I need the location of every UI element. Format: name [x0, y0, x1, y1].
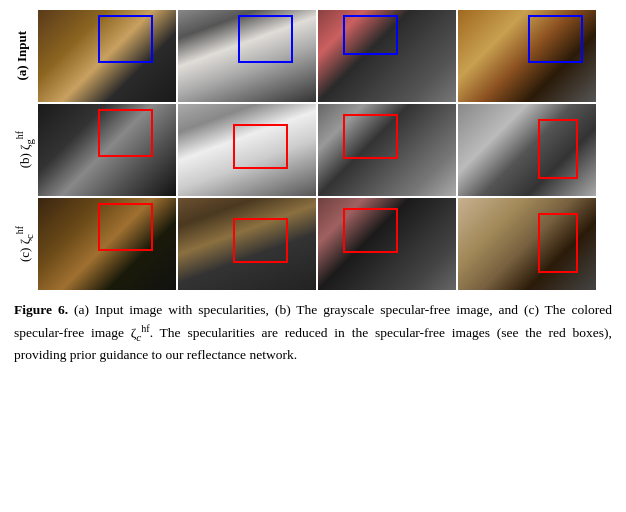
cell-a4	[458, 10, 596, 102]
cell-a2	[178, 10, 316, 102]
cell-b1	[38, 104, 176, 196]
blue-box-a3	[343, 15, 398, 55]
red-box-c3	[343, 208, 398, 253]
red-box-c4	[538, 213, 578, 273]
cell-a3	[318, 10, 456, 102]
cell-c4	[458, 198, 596, 290]
red-box-b4	[538, 119, 578, 179]
red-box-b3	[343, 114, 398, 159]
blue-box-a2	[238, 15, 293, 63]
row-c: (c) ζchf	[14, 198, 612, 290]
cell-c2	[178, 198, 316, 290]
cell-b3	[318, 104, 456, 196]
row-a-images	[38, 10, 596, 102]
blue-box-a4	[528, 15, 583, 63]
row-c-label: (c) ζchf	[14, 226, 36, 262]
cell-b4	[458, 104, 596, 196]
cell-b2	[178, 104, 316, 196]
row-a-label: (a) Input	[14, 31, 36, 81]
row-a: (a) Input	[14, 10, 612, 102]
cell-c1	[38, 198, 176, 290]
figure-label: Figure 6.	[14, 302, 68, 317]
red-box-b1	[98, 109, 153, 157]
main-container: (a) Input (b) ζghf	[0, 0, 626, 376]
red-box-b2	[233, 124, 288, 169]
figure-caption: Figure 6. (a) Input image with speculari…	[14, 300, 612, 366]
red-box-c1	[98, 203, 153, 251]
row-b: (b) ζghf	[14, 104, 612, 196]
blue-box-a1	[98, 15, 153, 63]
row-c-images	[38, 198, 596, 290]
cell-a1	[38, 10, 176, 102]
red-box-c2	[233, 218, 288, 263]
row-b-label: (b) ζghf	[14, 131, 36, 168]
caption-text: (a) Input image with specularities, (b) …	[14, 302, 612, 362]
row-b-images	[38, 104, 596, 196]
cell-c3	[318, 198, 456, 290]
image-grid: (a) Input (b) ζghf	[14, 10, 612, 290]
